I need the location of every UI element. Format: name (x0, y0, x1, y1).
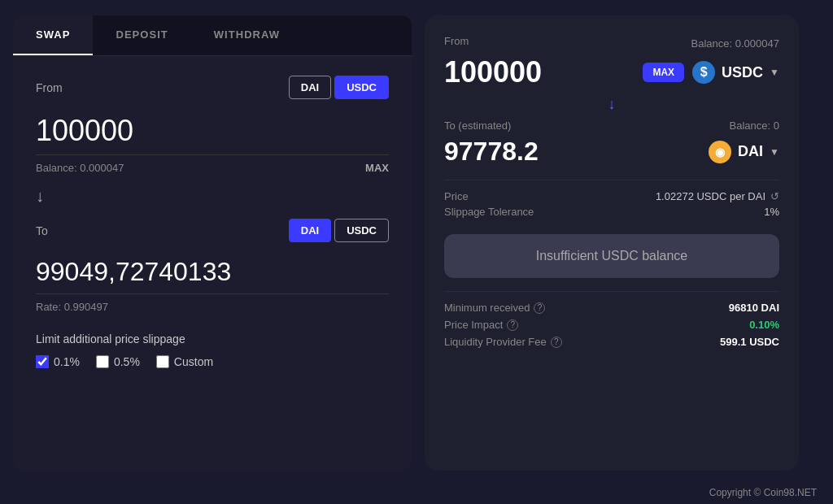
r-swap-arrow: ↓ (444, 96, 779, 113)
r-details-section: Minimum received ? 96810 DAI Price Impac… (444, 291, 779, 348)
r-divider (444, 180, 779, 180)
to-amount-display: 99049,72740133 (36, 250, 389, 294)
to-token-usdc-button[interactable]: USDC (334, 219, 389, 242)
r-from-token-selector[interactable]: $ USDC ▼ (692, 61, 779, 84)
r-price-label: Price (444, 190, 469, 202)
from-token-dai-button[interactable]: DAI (289, 76, 331, 99)
r-liquidity-fee-row: Liquidity Provider Fee ? 599.1 USDC (444, 336, 779, 348)
tab-deposit[interactable]: DEPOSIT (93, 15, 190, 55)
right-panel: From Balance: 0.000047 100000 MAX $ USDC… (425, 15, 799, 471)
r-to-balance: Balance: 0 (730, 119, 779, 132)
dai-icon: ◉ (709, 141, 731, 163)
slippage-section: Limit additional price slippage 0.1% 0.5… (36, 332, 389, 368)
from-token-usdc-button[interactable]: USDC (334, 76, 389, 99)
r-liquidity-fee-value: 599.1 USDC (720, 336, 779, 348)
r-from-row: From Balance: 0.000047 (444, 35, 779, 52)
tab-swap[interactable]: SWAP (13, 15, 93, 55)
r-to-amount: 97778.2 (444, 137, 700, 167)
from-label: From (36, 81, 63, 94)
r-to-token-selector[interactable]: ◉ DAI ▼ (709, 141, 779, 163)
r-from-label: From (444, 35, 469, 47)
minimum-received-info-icon[interactable]: ? (534, 302, 545, 314)
slippage-options: 0.1% 0.5% Custom (36, 355, 389, 368)
tab-bar: SWAP DEPOSIT WITHDRAW (13, 15, 412, 56)
max-button[interactable]: MAX (365, 162, 389, 174)
usdc-icon: $ (692, 61, 715, 84)
slippage-label-01: 0.1% (54, 355, 80, 368)
r-max-button[interactable]: MAX (643, 63, 684, 82)
chevron-down-icon: ▼ (770, 67, 779, 78)
r-to-label: To (estimated) (444, 119, 511, 132)
slippage-option-05[interactable]: 0.5% (96, 355, 140, 368)
r-price-impact-row: Price Impact ? 0.10% (444, 319, 779, 331)
r-minimum-received-value: 96810 DAI (729, 302, 779, 314)
r-to-row: To (estimated) Balance: 0 (444, 119, 779, 132)
r-to-section: To (estimated) Balance: 0 97778.2 ◉ DAI … (444, 119, 779, 167)
tab-withdraw[interactable]: WITHDRAW (191, 15, 303, 55)
from-amount-input[interactable] (36, 107, 389, 155)
left-panel: SWAP DEPOSIT WITHDRAW From DAI USDC Bala… (13, 15, 412, 471)
slippage-option-custom[interactable]: Custom (156, 355, 213, 368)
slippage-label-05: 0.5% (114, 355, 140, 368)
slippage-option-01[interactable]: 0.1% (36, 355, 80, 368)
to-token-dai-button[interactable]: DAI (289, 219, 331, 242)
r-minimum-received-row: Minimum received ? 96810 DAI (444, 302, 779, 314)
swap-direction-arrow: ↓ (36, 187, 389, 206)
r-slippage-label: Slippage Tolerance (444, 206, 534, 218)
slippage-label-custom: Custom (174, 355, 213, 368)
r-slippage-row: Slippage Tolerance 1% (444, 206, 779, 218)
r-minimum-received-label: Minimum received ? (444, 302, 545, 314)
from-section-header: From DAI USDC (36, 76, 389, 99)
rate-row: Rate: 0.990497 (36, 301, 389, 313)
r-price-row: Price 1.02272 USDC per DAI ↺ (444, 190, 779, 202)
r-to-chevron-icon: ▼ (770, 146, 779, 158)
to-section-header: To DAI USDC (36, 219, 389, 242)
insufficient-balance-button: Insufficient USDC balance (444, 234, 779, 278)
slippage-checkbox-custom[interactable] (156, 355, 169, 368)
to-token-buttons: DAI USDC (289, 219, 389, 242)
r-amount-row: 100000 MAX $ USDC ▼ (444, 55, 779, 89)
r-from-token-label: USDC (722, 64, 763, 81)
slippage-checkbox-05[interactable] (96, 355, 109, 368)
r-price-impact-label: Price Impact ? (444, 319, 518, 331)
r-slippage-value: 1% (764, 206, 779, 218)
price-impact-info-icon[interactable]: ? (507, 319, 518, 331)
to-label: To (36, 224, 48, 237)
r-price-value: 1.02272 USDC per DAI ↺ (656, 190, 779, 202)
r-to-amount-row: 97778.2 ◉ DAI ▼ (444, 137, 779, 167)
balance-label: Balance: 0.000047 (36, 162, 124, 174)
slippage-checkbox-01[interactable] (36, 355, 49, 368)
r-to-token-label: DAI (738, 143, 763, 160)
r-from-amount: 100000 (444, 55, 635, 89)
copyright-text: Copyright © Coin98.NET (0, 484, 833, 502)
r-from-balance: Balance: 0.000047 (691, 37, 779, 50)
r-liquidity-fee-label: Liquidity Provider Fee ? (444, 336, 562, 348)
from-token-buttons: DAI USDC (289, 76, 389, 99)
refresh-icon[interactable]: ↺ (770, 190, 779, 202)
r-price-impact-value: 0.10% (749, 319, 779, 331)
balance-row: Balance: 0.000047 MAX (36, 162, 389, 174)
slippage-title: Limit additional price slippage (36, 332, 389, 345)
liquidity-fee-info-icon[interactable]: ? (551, 337, 562, 348)
